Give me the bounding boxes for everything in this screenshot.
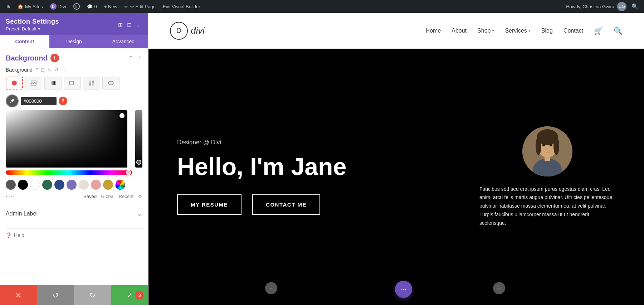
swatch-gold[interactable] [103,180,113,190]
dots-icon: ··· [400,285,406,294]
comment-count-item[interactable]: 5 [70,0,83,13]
nav-home[interactable]: Home [426,28,441,34]
svg-point-16 [542,144,545,146]
alpha-slider[interactable] [135,110,142,168]
hue-slider[interactable] [6,170,132,175]
swatch-blue[interactable] [54,180,64,190]
panel-expand-btn[interactable]: ⊟ [126,21,132,29]
resume-btn[interactable]: MY RESUME [177,194,241,215]
swatch-gear-btn[interactable]: ⚙ [138,194,142,199]
save-badge: 3 [135,291,144,300]
shop-dropdown-icon: ▾ [492,28,494,33]
hero-right: Faucibus sed sed erat ipsum purus egesta… [479,126,615,228]
nav-about[interactable]: About [452,28,467,34]
swatch-multicolor[interactable] [115,180,125,190]
add-column-btn-2[interactable]: + [493,282,505,294]
logo-circle: D [170,22,188,40]
bg-label-text: Background [6,67,33,73]
svg-marker-4 [74,82,75,84]
background-section-header: Background 1 ⌃ ⋮ [6,54,142,62]
swatch-white[interactable] [30,180,40,190]
panel-preset[interactable]: Preset: Default ▾ [6,26,59,32]
help-icon: ❓ [6,232,12,238]
search-icon[interactable]: 🔍 [629,3,640,10]
nav-blog[interactable]: Blog [541,28,553,34]
comment-item[interactable]: 💬 0 [84,0,100,13]
divi-label: Divi [58,4,66,9]
pencil-icon: ✏ [125,4,128,9]
float-menu-btn[interactable]: ··· [395,281,412,298]
color-swatches-row [6,180,142,190]
color-hex-input[interactable] [21,97,57,105]
wp-icon-item[interactable]: ⊕ [4,0,13,13]
swatch-tab-recent[interactable]: Recent [119,194,133,199]
save-btn[interactable]: ✓ 3 [111,285,148,305]
svg-rect-6 [92,81,94,83]
undo-btn[interactable]: ↺ [37,285,74,305]
panel-bottom-bar: ✕ ↺ ↻ ✓ 3 [0,285,148,305]
svg-point-18 [546,148,548,149]
bg-type-mask-btn[interactable] [102,77,119,89]
eyedropper-btn[interactable] [6,95,19,107]
add-column-btn-1[interactable]: + [265,282,277,294]
bg-type-image-btn[interactable] [25,77,42,89]
swatch-pink[interactable] [91,180,101,190]
cancel-btn[interactable]: ✕ [0,285,37,305]
sites-icon: 🏠 [18,4,23,9]
redo-btn[interactable]: ↻ [74,285,111,305]
swatch-cream[interactable] [79,180,89,190]
tab-content[interactable]: Content [0,35,49,48]
edit-page-label: ✏ Edit Page [130,4,156,9]
hero-avatar [522,126,572,176]
svg-point-15 [553,137,559,155]
hero-section: Designer @ Divi Hello, I'm Jane MY RESUM… [148,49,644,305]
bg-type-color-btn[interactable] [6,77,23,89]
bg-more-btn[interactable]: ⋮ [61,67,67,73]
tab-design[interactable]: Design [49,35,99,48]
swatch-dark-gray[interactable] [6,180,16,190]
bg-type-video-btn[interactable] [64,77,81,89]
nav-contact[interactable]: Contact [564,28,583,34]
bg-type-pattern-btn[interactable] [83,77,100,89]
svg-point-0 [12,81,17,86]
bg-undo-btn[interactable]: ↺ [54,67,59,73]
background-more-btn[interactable]: ⋮ [136,54,142,62]
background-label-row: Background ? □ ↖ ↺ ⋮ [6,67,142,73]
tab-advanced[interactable]: Advanced [99,35,148,48]
nav-services[interactable]: Services ▾ [505,28,530,34]
edit-page-item[interactable]: ✏ ✏ Edit Page [122,0,158,13]
swatch-black[interactable] [18,180,28,190]
hero-left: Designer @ Divi Hello, I'm Jane MY RESUM… [177,139,479,215]
my-sites-label: My Sites [25,4,43,9]
background-title: Background 1 [6,54,59,62]
bg-device-btn[interactable]: □ [41,67,45,73]
panel-collapse-btn[interactable]: ⊞ [117,21,123,29]
svg-rect-8 [92,83,94,86]
more-dots-btn[interactable]: ··· [6,193,13,200]
divi-item[interactable]: D Divi [47,0,69,13]
swatch-tab-global[interactable]: Global [101,194,114,199]
cart-icon[interactable]: 🛒 [594,26,603,35]
help-row[interactable]: ❓ Help [6,228,142,238]
bg-type-gradient-btn[interactable] [44,77,62,89]
section-settings-panel: Section Settings Preset: Default ▾ ⊞ ⊟ ⋮… [0,13,148,305]
wp-logo-icon: ⊕ [6,4,10,9]
swatch-purple[interactable] [67,180,77,190]
bg-help-btn[interactable]: ? [35,67,39,73]
admin-label-toggle[interactable]: Admin Label ⌄ [6,206,142,221]
bg-cursor-btn[interactable]: ↖ [47,67,52,73]
contact-me-btn[interactable]: CONTACT ME [252,194,320,215]
my-sites-item[interactable]: 🏠 My Sites [15,0,46,13]
background-collapse-btn[interactable]: ⌃ [128,54,134,62]
nav-shop[interactable]: Shop ▾ [477,28,494,34]
swatch-tab-saved[interactable]: Saved [83,194,97,199]
color-canvas[interactable] [6,110,127,168]
new-item[interactable]: + New [101,0,120,13]
panel-more-btn[interactable]: ⋮ [135,21,142,29]
swatches-footer: ··· Saved Global Recent ⚙ [6,193,142,200]
svg-rect-5 [89,81,91,83]
redo-icon: ↻ [89,291,96,300]
swatch-green[interactable] [42,180,52,190]
nav-search-icon[interactable]: 🔍 [614,26,623,35]
exit-builder-item[interactable]: Exit Visual Builder [160,0,203,13]
